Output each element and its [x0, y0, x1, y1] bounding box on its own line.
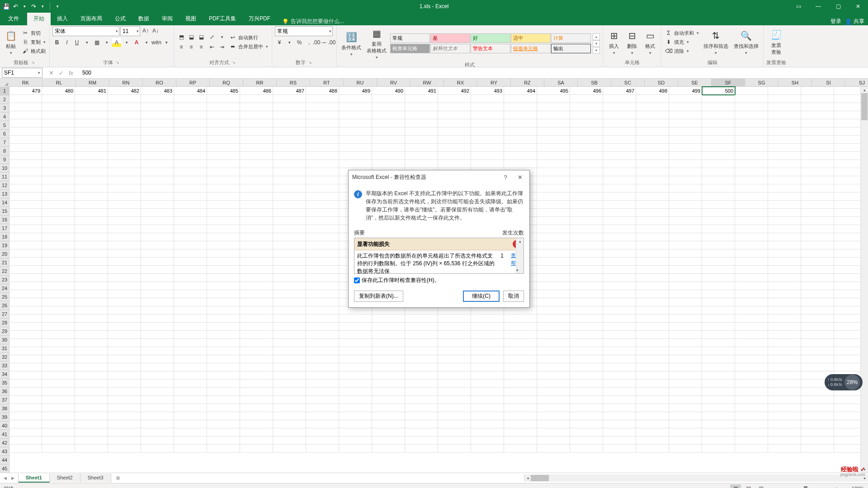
- cell[interactable]: [669, 412, 702, 420]
- cell[interactable]: [174, 225, 207, 233]
- cell[interactable]: [240, 323, 273, 331]
- cell[interactable]: [636, 290, 669, 298]
- column-header[interactable]: RS: [277, 79, 310, 87]
- cell[interactable]: [537, 380, 570, 388]
- cell[interactable]: [339, 436, 372, 445]
- column-header[interactable]: RL: [42, 79, 76, 87]
- cell[interactable]: [669, 176, 702, 184]
- cell[interactable]: [174, 249, 207, 258]
- cell[interactable]: [636, 428, 669, 436]
- cell[interactable]: [339, 314, 372, 323]
- cell[interactable]: [306, 119, 339, 127]
- cell[interactable]: [438, 314, 471, 323]
- row-header[interactable]: 9: [0, 155, 9, 164]
- undo-dropdown-icon[interactable]: ▾: [21, 3, 28, 10]
- cell[interactable]: 481: [75, 87, 108, 95]
- normal-view-button[interactable]: ▦: [730, 484, 741, 488]
- cell[interactable]: [405, 144, 438, 152]
- cell[interactable]: [735, 136, 768, 144]
- cell[interactable]: [702, 445, 735, 453]
- cell[interactable]: [504, 144, 537, 152]
- cell[interactable]: [372, 314, 405, 323]
- cell[interactable]: [75, 249, 108, 258]
- cell[interactable]: [702, 290, 735, 298]
- cell[interactable]: [9, 144, 42, 152]
- cell[interactable]: [306, 282, 339, 290]
- cell[interactable]: [702, 160, 735, 168]
- cell[interactable]: [537, 217, 570, 225]
- cell[interactable]: [702, 274, 735, 282]
- cell[interactable]: [141, 436, 174, 445]
- cell[interactable]: [141, 176, 174, 184]
- cell[interactable]: [768, 282, 801, 290]
- cell[interactable]: [207, 184, 240, 192]
- cell[interactable]: [702, 428, 735, 436]
- cell[interactable]: [405, 103, 438, 111]
- cell[interactable]: [801, 241, 834, 249]
- minimize-button[interactable]: —: [808, 0, 828, 13]
- cell[interactable]: [273, 371, 306, 380]
- cell[interactable]: [306, 127, 339, 136]
- cell[interactable]: [801, 136, 834, 144]
- cell[interactable]: [141, 339, 174, 347]
- select-all-corner[interactable]: [0, 79, 9, 87]
- cell[interactable]: [735, 258, 768, 266]
- cell[interactable]: [405, 404, 438, 412]
- row-header[interactable]: 2: [0, 95, 9, 104]
- cell[interactable]: [669, 103, 702, 111]
- cell[interactable]: [669, 420, 702, 428]
- fill-color-button[interactable]: A: [112, 38, 121, 47]
- cell[interactable]: [174, 103, 207, 111]
- cell[interactable]: [537, 103, 570, 111]
- cell[interactable]: [42, 152, 75, 160]
- cell[interactable]: [207, 160, 240, 168]
- row-header[interactable]: 12: [0, 181, 9, 190]
- cell[interactable]: [9, 192, 42, 201]
- cell[interactable]: [372, 396, 405, 404]
- cell[interactable]: [768, 152, 801, 160]
- cell[interactable]: [240, 241, 273, 249]
- cell[interactable]: [471, 396, 504, 404]
- cell[interactable]: [9, 355, 42, 363]
- cell[interactable]: [801, 298, 834, 306]
- cell[interactable]: [504, 445, 537, 453]
- tell-me-search[interactable]: 💡 告诉我您想要做什么...: [277, 18, 344, 25]
- cell[interactable]: [735, 323, 768, 331]
- cell[interactable]: [801, 144, 834, 152]
- cell[interactable]: [372, 371, 405, 380]
- cell[interactable]: [570, 241, 603, 249]
- cell[interactable]: [207, 127, 240, 136]
- cell[interactable]: [669, 404, 702, 412]
- cell[interactable]: [768, 347, 801, 355]
- cell[interactable]: [636, 184, 669, 192]
- cell[interactable]: [702, 347, 735, 355]
- redo-icon[interactable]: ↷: [30, 3, 37, 10]
- cell[interactable]: [306, 290, 339, 298]
- cell[interactable]: [42, 420, 75, 428]
- cell[interactable]: [438, 323, 471, 331]
- cell[interactable]: [603, 168, 636, 176]
- row-header[interactable]: 18: [0, 233, 9, 241]
- copy-to-new-sheet-button[interactable]: 复制到新表(N)...: [354, 291, 403, 302]
- cell[interactable]: [174, 331, 207, 339]
- cell[interactable]: [9, 168, 42, 176]
- cell[interactable]: [141, 298, 174, 306]
- underline-button[interactable]: U: [72, 38, 81, 47]
- row-header[interactable]: 26: [0, 301, 9, 310]
- row-header[interactable]: 14: [0, 198, 9, 207]
- cell[interactable]: [537, 95, 570, 103]
- column-header[interactable]: RT: [310, 79, 344, 87]
- cell[interactable]: [570, 388, 603, 396]
- cell[interactable]: [735, 95, 768, 103]
- cell[interactable]: [438, 347, 471, 355]
- cell[interactable]: [339, 331, 372, 339]
- cell[interactable]: [570, 298, 603, 306]
- cell[interactable]: [735, 412, 768, 420]
- cell[interactable]: [306, 363, 339, 371]
- cell[interactable]: [207, 144, 240, 152]
- cell[interactable]: [75, 225, 108, 233]
- cell[interactable]: 484: [174, 87, 207, 95]
- cell[interactable]: [702, 412, 735, 420]
- cell[interactable]: [603, 339, 636, 347]
- cell[interactable]: [108, 95, 141, 103]
